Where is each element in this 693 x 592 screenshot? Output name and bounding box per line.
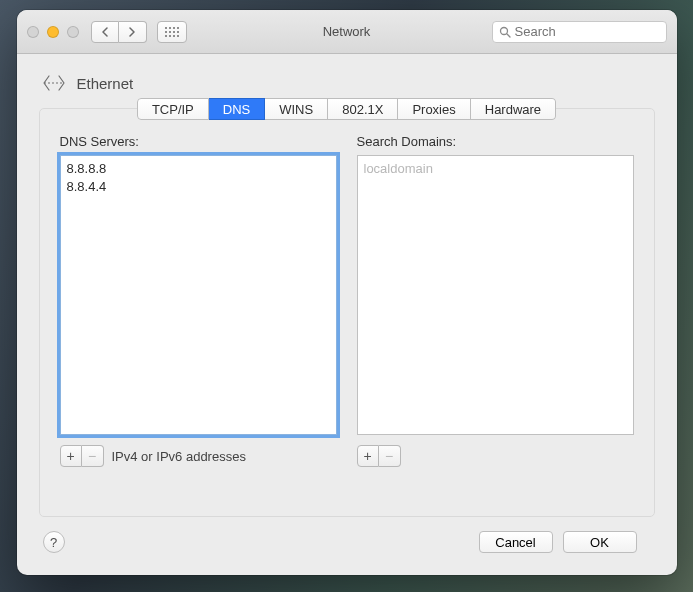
interface-name: Ethernet bbox=[77, 75, 134, 92]
minus-icon: − bbox=[385, 448, 393, 464]
chevron-left-icon bbox=[101, 27, 109, 37]
dns-servers-label: DNS Servers: bbox=[60, 134, 337, 149]
svg-line-1 bbox=[507, 34, 510, 37]
cancel-button[interactable]: Cancel bbox=[479, 531, 553, 553]
network-prefs-window: Network Ethernet TCP/IP DNS WINS bbox=[17, 10, 677, 575]
dns-servers-list[interactable]: 8.8.8.8 8.8.4.4 bbox=[60, 155, 337, 435]
search-domains-label: Search Domains: bbox=[357, 134, 634, 149]
show-all-button[interactable] bbox=[157, 21, 187, 43]
search-input[interactable] bbox=[515, 24, 660, 39]
tab-wins[interactable]: WINS bbox=[265, 98, 328, 120]
help-button[interactable]: ? bbox=[43, 531, 65, 553]
segmented-control: TCP/IP DNS WINS 802.1X Proxies Hardware bbox=[137, 98, 556, 120]
dns-hint: IPv4 or IPv6 addresses bbox=[112, 449, 246, 464]
tab-dns[interactable]: DNS bbox=[209, 98, 265, 120]
search-field[interactable] bbox=[492, 21, 667, 43]
dns-servers-column: DNS Servers: 8.8.8.8 8.8.4.4 + − bbox=[60, 134, 337, 467]
add-search-domain-button[interactable]: + bbox=[357, 445, 379, 467]
plus-icon: + bbox=[363, 448, 371, 464]
forward-button[interactable] bbox=[119, 21, 147, 43]
window-controls bbox=[27, 26, 79, 38]
dns-servers-controls: + − IPv4 or IPv6 addresses bbox=[60, 445, 337, 467]
search-domains-controls: + − bbox=[357, 445, 634, 467]
close-icon[interactable] bbox=[27, 26, 39, 38]
ethernet-icon bbox=[41, 72, 67, 94]
tab-hardware[interactable]: Hardware bbox=[471, 98, 556, 120]
list-placeholder: localdomain bbox=[364, 160, 627, 178]
tab-bar: TCP/IP DNS WINS 802.1X Proxies Hardware bbox=[60, 98, 634, 120]
search-domains-column: Search Domains: localdomain + − bbox=[357, 134, 634, 467]
tab-tcpip[interactable]: TCP/IP bbox=[137, 98, 209, 120]
svg-point-0 bbox=[500, 27, 507, 34]
add-dns-server-button[interactable]: + bbox=[60, 445, 82, 467]
content-area: Ethernet TCP/IP DNS WINS 802.1X Proxies … bbox=[17, 54, 677, 575]
back-button[interactable] bbox=[91, 21, 119, 43]
titlebar: Network bbox=[17, 10, 677, 54]
tab-8021x[interactable]: 802.1X bbox=[328, 98, 398, 120]
zoom-icon[interactable] bbox=[67, 26, 79, 38]
nav-buttons bbox=[91, 21, 147, 43]
list-item[interactable]: 8.8.4.4 bbox=[67, 178, 330, 196]
plus-icon: + bbox=[66, 448, 74, 464]
search-icon bbox=[499, 26, 511, 38]
chevron-right-icon bbox=[128, 27, 136, 37]
footer: ? Cancel OK bbox=[39, 517, 655, 559]
minus-icon: − bbox=[88, 448, 96, 464]
remove-dns-server-button[interactable]: − bbox=[82, 445, 104, 467]
ok-button[interactable]: OK bbox=[563, 531, 637, 553]
search-domains-list[interactable]: localdomain bbox=[357, 155, 634, 435]
list-item[interactable]: 8.8.8.8 bbox=[67, 160, 330, 178]
grid-icon bbox=[165, 27, 179, 37]
help-icon: ? bbox=[50, 535, 57, 550]
minimize-icon[interactable] bbox=[47, 26, 59, 38]
dns-columns: DNS Servers: 8.8.8.8 8.8.4.4 + − bbox=[60, 134, 634, 467]
tab-proxies[interactable]: Proxies bbox=[398, 98, 470, 120]
settings-panel: TCP/IP DNS WINS 802.1X Proxies Hardware … bbox=[39, 108, 655, 517]
remove-search-domain-button[interactable]: − bbox=[379, 445, 401, 467]
